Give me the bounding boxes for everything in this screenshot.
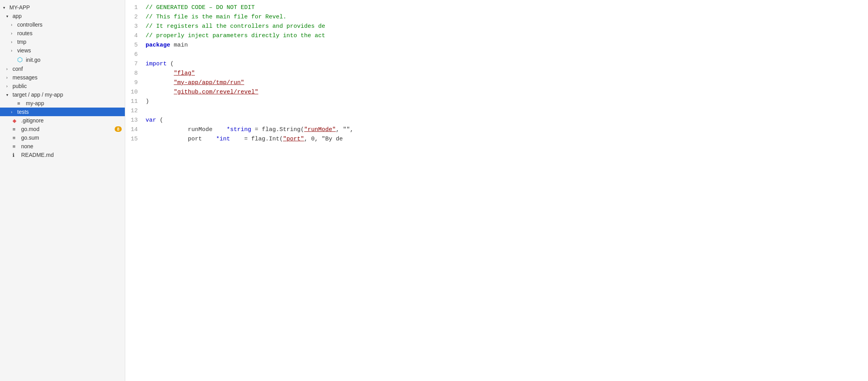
code-line: 8 "flag"	[125, 69, 868, 78]
sidebar-item-conf[interactable]: ›conf	[0, 65, 125, 73]
file-icon: ◆	[13, 118, 20, 124]
token: // This file is the main file for Revel.	[146, 14, 286, 20]
token: )	[146, 98, 149, 105]
code-line: 2// This file is the main file for Revel…	[125, 13, 868, 22]
line-content: )	[146, 97, 149, 106]
token: "runMode"	[304, 126, 336, 133]
sidebar-item-messages[interactable]: ›messages	[0, 73, 125, 82]
token: import	[146, 61, 167, 67]
item-label: public	[13, 83, 122, 89]
file-icon: ≡	[13, 126, 20, 132]
line-content: // properly inject parameters directly i…	[146, 31, 325, 41]
code-line: 6	[125, 50, 868, 59]
item-label: MY-APP	[9, 4, 122, 11]
sidebar-item-controllers[interactable]: ›controllers	[0, 20, 125, 29]
file-icon: ≡	[13, 135, 20, 141]
code-line: 1// GENERATED CODE – DO NOT EDIT	[125, 3, 868, 13]
line-number: 14	[125, 125, 146, 135]
token: "flag"	[174, 70, 195, 77]
code-line: 7import (	[125, 59, 868, 69]
file-tree-sidebar[interactable]: ▾MY-APP▾app›controllers›routes›tmp›views…	[0, 0, 125, 381]
line-number: 11	[125, 97, 146, 106]
sidebar-item-target-app-myapp[interactable]: ▾target / app / my-app	[0, 90, 125, 99]
line-number: 8	[125, 69, 146, 78]
sidebar-item-public[interactable]: ›public	[0, 82, 125, 90]
code-line: 4// properly inject parameters directly …	[125, 31, 868, 41]
item-label: go.sum	[21, 135, 122, 141]
sidebar-item-tests[interactable]: ›tests	[0, 108, 125, 116]
arrow-icon: ›	[6, 84, 13, 88]
token: // GENERATED CODE – DO NOT EDIT	[146, 4, 255, 11]
line-content: package main	[146, 41, 188, 50]
item-label: README.md	[21, 152, 122, 158]
file-icon: ⬡	[17, 56, 24, 63]
item-label: .gitignore	[21, 117, 122, 124]
arrow-icon: ›	[11, 49, 17, 53]
line-number: 13	[125, 116, 146, 125]
code-line: 13var (	[125, 116, 868, 125]
arrow-icon: ▾	[6, 14, 13, 18]
code-line: 11)	[125, 97, 868, 106]
arrow-icon: ▾	[6, 93, 13, 97]
arrow-icon: ›	[11, 23, 17, 27]
item-label: messages	[13, 74, 122, 81]
line-number: 10	[125, 88, 146, 97]
sidebar-item-go-mod[interactable]: ≡go.mod8	[0, 125, 125, 133]
arrow-icon: ›	[6, 67, 13, 71]
token: main	[170, 42, 188, 49]
item-label: views	[17, 47, 122, 54]
file-icon: ≡	[17, 101, 24, 106]
item-label: go.mod	[21, 126, 115, 132]
token: "github.com/revel/revel"	[174, 89, 258, 95]
sidebar-item-views[interactable]: ›views	[0, 46, 125, 55]
code-line: 5package main	[125, 41, 868, 50]
item-label: init.go	[26, 57, 122, 63]
line-number: 12	[125, 106, 146, 116]
item-label: tests	[17, 109, 122, 115]
item-label: target / app / my-app	[13, 92, 122, 98]
code-line: 15 port *int = flag.Int("port", 0, "By d…	[125, 135, 868, 144]
line-number: 4	[125, 31, 146, 41]
line-number: 15	[125, 135, 146, 144]
sidebar-item-readme-md[interactable]: ℹREADME.md	[0, 151, 125, 159]
token: = flag.Int(	[230, 136, 283, 142]
line-content: import (	[146, 59, 174, 69]
token: "my-app/app/tmp/run"	[174, 79, 244, 86]
arrow-icon: ▾	[3, 5, 9, 10]
token: "port"	[283, 136, 304, 142]
line-number: 6	[125, 50, 146, 59]
sidebar-item-tmp[interactable]: ›tmp	[0, 38, 125, 46]
line-number: 2	[125, 13, 146, 22]
sidebar-item-init-go[interactable]: ⬡init.go	[0, 55, 125, 65]
sidebar-item-gitignore[interactable]: ◆.gitignore	[0, 116, 125, 125]
file-icon: ≡	[13, 144, 20, 149]
sidebar-item-go-sum[interactable]: ≡go.sum	[0, 133, 125, 142]
token: (	[167, 61, 174, 67]
file-icon: ℹ	[13, 152, 20, 158]
token: , ""	[336, 126, 350, 133]
item-label: routes	[17, 30, 122, 36]
line-content: var (	[146, 116, 163, 125]
code-editor: 1// GENERATED CODE – DO NOT EDIT2// This…	[125, 0, 868, 381]
sidebar-item-routes[interactable]: ›routes	[0, 29, 125, 38]
code-line: 14 runMode *string = flag.String("runMod…	[125, 125, 868, 135]
sidebar-item-none[interactable]: ≡none	[0, 142, 125, 151]
token: ,	[350, 126, 353, 133]
token: package	[146, 42, 170, 49]
arrow-icon: ›	[11, 110, 17, 114]
line-number: 9	[125, 78, 146, 88]
sidebar-item-app[interactable]: ▾app	[0, 12, 125, 20]
item-label: none	[21, 143, 122, 149]
line-content: // It registers all the controllers and …	[146, 22, 325, 31]
code-line: 3// It registers all the controllers and…	[125, 22, 868, 31]
token: port	[174, 136, 202, 142]
line-number: 7	[125, 59, 146, 69]
sidebar-item-my-app-root[interactable]: ▾MY-APP	[0, 3, 125, 12]
token: // It registers all the controllers and …	[146, 23, 325, 30]
item-label: controllers	[17, 22, 122, 28]
line-number: 5	[125, 41, 146, 50]
line-content: "flag"	[146, 69, 195, 78]
token: *string	[212, 126, 251, 133]
line-number: 3	[125, 22, 146, 31]
sidebar-item-my-app-file[interactable]: ≡my-app	[0, 99, 125, 108]
